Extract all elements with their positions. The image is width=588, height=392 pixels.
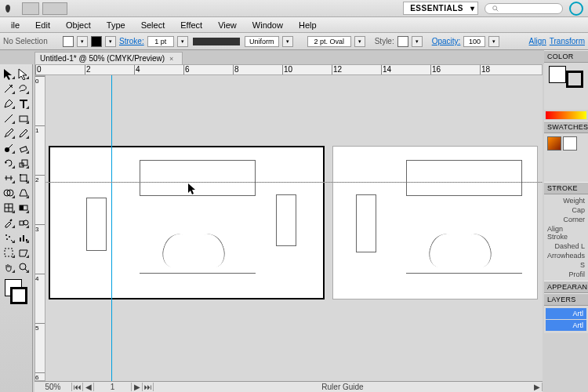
menu-type[interactable]: Type xyxy=(99,20,133,30)
tool-blob-brush[interactable] xyxy=(2,140,16,155)
tool-selection[interactable] xyxy=(2,66,16,81)
rect-shape[interactable] xyxy=(276,194,296,246)
menu-object[interactable]: Object xyxy=(58,20,99,30)
menu-select[interactable]: Select xyxy=(133,20,173,30)
tool-slice[interactable] xyxy=(16,245,31,260)
spectrum-bar[interactable] xyxy=(546,111,586,119)
arrange-docs-icon[interactable] xyxy=(42,2,67,15)
menu-effect[interactable]: Effect xyxy=(172,20,210,30)
tool-perspective[interactable] xyxy=(16,185,31,200)
stroke-row[interactable]: Dashed L xyxy=(546,241,586,251)
cs-services-icon[interactable] xyxy=(569,2,583,16)
tool-rectangle[interactable] xyxy=(16,111,31,125)
ruler-horizontal[interactable]: 024681012141618 xyxy=(34,64,543,75)
stroke-type-dd[interactable] xyxy=(282,36,293,47)
tool-zoom[interactable] xyxy=(16,260,31,274)
stroke-row[interactable]: Weight xyxy=(546,196,586,205)
transform-link[interactable]: Transform xyxy=(550,37,585,45)
menu-edit[interactable]: Edit xyxy=(27,20,58,30)
stroke-color[interactable] xyxy=(10,287,27,304)
tool-pencil[interactable] xyxy=(16,125,31,140)
tool-gradient[interactable] xyxy=(16,200,31,215)
layers-panel-header[interactable]: LAYERS xyxy=(544,293,588,306)
artboard-nav[interactable]: 1 xyxy=(94,383,132,391)
canvas[interactable] xyxy=(45,75,543,381)
stroke-type[interactable] xyxy=(245,36,279,47)
appearance-panel-header[interactable]: APPEARANC xyxy=(544,281,588,293)
stroke-weight-dd[interactable] xyxy=(177,36,188,47)
guide-vertical[interactable] xyxy=(111,75,112,381)
style-swatch[interactable] xyxy=(397,36,408,47)
search-input[interactable] xyxy=(485,3,563,14)
menu-view[interactable]: View xyxy=(210,20,245,30)
apple-menu-icon[interactable] xyxy=(0,4,16,13)
stroke-row[interactable]: Cap xyxy=(546,205,586,215)
tool-direct-selection[interactable] xyxy=(16,66,31,81)
nav-first-icon[interactable]: ⏮ xyxy=(72,383,83,391)
menu-help[interactable]: Help xyxy=(291,20,325,30)
swatches-panel-header[interactable]: SWATCHES xyxy=(544,121,588,133)
tool-brush[interactable] xyxy=(2,125,16,140)
brush-input[interactable] xyxy=(307,36,351,47)
layer-item[interactable]: Artl xyxy=(546,308,586,319)
stroke-row[interactable]: Profil xyxy=(546,270,586,279)
tool-magic-wand[interactable] xyxy=(2,81,16,96)
tool-blend[interactable] xyxy=(16,215,31,230)
stroke-weight-input[interactable] xyxy=(147,36,174,47)
nav-last-icon[interactable]: ⏭ xyxy=(143,383,154,391)
tool-mesh[interactable] xyxy=(2,200,16,215)
tool-scale[interactable] xyxy=(16,155,31,170)
workspace-switcher[interactable]: ESSENTIALS xyxy=(403,2,478,15)
nav-prev-icon[interactable]: ◀ xyxy=(83,383,94,391)
fill-dd[interactable] xyxy=(77,36,88,47)
document-tab[interactable]: Untitled-1* @ 50% (CMYK/Preview) × xyxy=(34,52,183,64)
zoom-level[interactable]: 50% xyxy=(34,383,72,391)
stroke-row[interactable]: Corner xyxy=(546,215,586,224)
tool-pen[interactable] xyxy=(2,96,16,111)
line-shape[interactable] xyxy=(140,273,256,274)
tool-column-graph[interactable] xyxy=(16,230,31,245)
tool-artboard[interactable] xyxy=(2,245,16,260)
tool-eyedropper[interactable] xyxy=(2,215,16,230)
bridge-icon[interactable] xyxy=(22,2,39,15)
stroke-row[interactable]: Align Stroke xyxy=(546,224,586,241)
brush-dd[interactable] xyxy=(354,36,365,47)
stroke-panel-header[interactable]: STROKE xyxy=(544,182,588,194)
tool-lasso[interactable] xyxy=(16,81,31,96)
fill-swatch[interactable] xyxy=(63,36,74,47)
align-link[interactable]: Align xyxy=(529,37,546,45)
tab-close-icon[interactable]: × xyxy=(169,55,177,63)
tool-line[interactable] xyxy=(2,111,16,125)
opacity-dd[interactable] xyxy=(488,36,499,47)
opacity-input[interactable] xyxy=(463,36,485,47)
tool-symbol-sprayer[interactable] xyxy=(2,230,16,245)
layer-item[interactable]: Artl xyxy=(546,320,586,331)
rect-shape[interactable] xyxy=(356,194,376,252)
tool-type[interactable] xyxy=(16,96,31,111)
stroke-row[interactable]: Arrowheads xyxy=(546,251,586,260)
tool-eraser[interactable] xyxy=(16,140,31,155)
swatch[interactable] xyxy=(563,136,577,151)
tool-hand[interactable] xyxy=(2,260,16,274)
tool-width[interactable] xyxy=(2,170,16,185)
style-dd[interactable] xyxy=(412,36,423,47)
stroke-row[interactable]: S xyxy=(546,260,586,270)
fill-stroke-control[interactable] xyxy=(2,278,31,306)
stroke-dd[interactable] xyxy=(105,36,116,47)
tool-rotate[interactable] xyxy=(2,155,16,170)
stroke-profile[interactable] xyxy=(193,38,240,45)
rect-shape[interactable] xyxy=(140,160,256,196)
swatch[interactable] xyxy=(547,136,561,151)
tool-free-transform[interactable] xyxy=(16,170,31,185)
ruler-vertical[interactable]: 0123456 xyxy=(34,75,45,381)
menu-file[interactable]: ile xyxy=(3,20,27,30)
nav-next-icon[interactable]: ▶ xyxy=(132,383,143,391)
rect-shape[interactable] xyxy=(86,198,107,251)
line-shape[interactable] xyxy=(406,273,522,274)
rect-shape[interactable] xyxy=(406,160,522,196)
color-panel-header[interactable]: COLOR xyxy=(544,50,588,63)
menu-window[interactable]: Window xyxy=(245,20,291,30)
status-menu-icon[interactable]: ▶ xyxy=(532,383,543,391)
tool-shape-builder[interactable] xyxy=(2,185,16,200)
stroke-swatch[interactable] xyxy=(91,36,102,47)
